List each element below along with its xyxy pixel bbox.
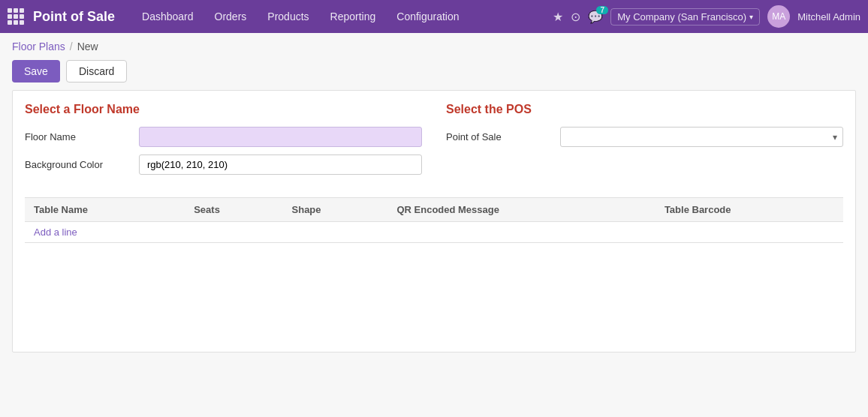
nav-item-products[interactable]: Products	[258, 6, 318, 27]
breadcrumb-parent-link[interactable]: Floor Plans	[12, 40, 65, 52]
pos-row: Point of Sale	[446, 127, 843, 147]
avatar[interactable]: MA	[767, 5, 790, 28]
avatar-initials: MA	[772, 11, 785, 22]
col-table-barcode: Table Barcode	[656, 198, 843, 222]
user-name: Mitchell Admin	[797, 11, 860, 22]
nav-item-dashboard[interactable]: Dashboard	[133, 6, 203, 27]
breadcrumb-current: New	[77, 40, 98, 52]
bg-color-row: Background Color	[25, 154, 422, 175]
breadcrumb-separator: /	[70, 40, 73, 52]
form-sections: Select a Floor Name Floor Name Backgroun…	[25, 103, 843, 182]
tables-data-table: Table Name Seats Shape QR Encoded Messag…	[25, 198, 843, 222]
company-selector[interactable]: My Company (San Francisco) ▾	[610, 8, 760, 26]
star-icon[interactable]: ★	[553, 10, 563, 24]
right-section-title: Select the POS	[446, 103, 843, 116]
table-header-row: Table Name Seats Shape QR Encoded Messag…	[25, 198, 843, 222]
company-name: My Company (San Francisco)	[617, 11, 746, 22]
table-section: Table Name Seats Shape QR Encoded Messag…	[25, 197, 843, 243]
add-line-button[interactable]: Add a line	[25, 222, 86, 242]
floor-name-label: Floor Name	[25, 131, 130, 142]
nav-item-reporting[interactable]: Reporting	[321, 6, 385, 27]
bg-color-input[interactable]	[139, 154, 422, 175]
form-left-section: Select a Floor Name Floor Name Backgroun…	[25, 103, 422, 182]
apps-icon[interactable]	[8, 8, 24, 25]
pos-label: Point of Sale	[446, 131, 551, 142]
nav-menu: Dashboard Orders Products Reporting Conf…	[133, 6, 553, 27]
form-card: Select a Floor Name Floor Name Backgroun…	[12, 90, 856, 352]
form-right-section: Select the POS Point of Sale	[422, 103, 843, 182]
chat-icon-btn[interactable]: 💬 7	[588, 10, 603, 24]
bg-color-label: Background Color	[25, 159, 130, 170]
pos-select-wrapper[interactable]	[560, 127, 843, 147]
app-brand: Point of Sale	[33, 9, 115, 25]
top-navbar: Point of Sale Dashboard Orders Products …	[0, 0, 868, 33]
nav-item-orders[interactable]: Orders	[206, 6, 256, 27]
action-bar: Save Discard	[0, 57, 868, 90]
discard-button[interactable]: Discard	[66, 60, 127, 82]
nav-item-configuration[interactable]: Configuration	[387, 6, 468, 27]
save-button[interactable]: Save	[12, 60, 60, 82]
floor-name-row: Floor Name	[25, 127, 422, 147]
floor-name-input[interactable]	[139, 127, 422, 147]
chat-badge: 7	[596, 6, 608, 14]
topnav-right: ★ ⊙ 💬 7 My Company (San Francisco) ▾ MA …	[553, 5, 860, 28]
pos-select[interactable]	[560, 127, 843, 147]
col-seats: Seats	[185, 198, 282, 222]
page-wrapper: Floor Plans / New Save Discard Select a …	[0, 33, 868, 417]
left-section-title: Select a Floor Name	[25, 103, 422, 116]
col-table-name: Table Name	[25, 198, 185, 222]
col-shape: Shape	[283, 198, 388, 222]
col-qr-encoded-message: QR Encoded Message	[387, 198, 655, 222]
clock-icon[interactable]: ⊙	[571, 10, 580, 24]
breadcrumb: Floor Plans / New	[0, 33, 868, 57]
company-chevron-icon: ▾	[749, 13, 753, 21]
